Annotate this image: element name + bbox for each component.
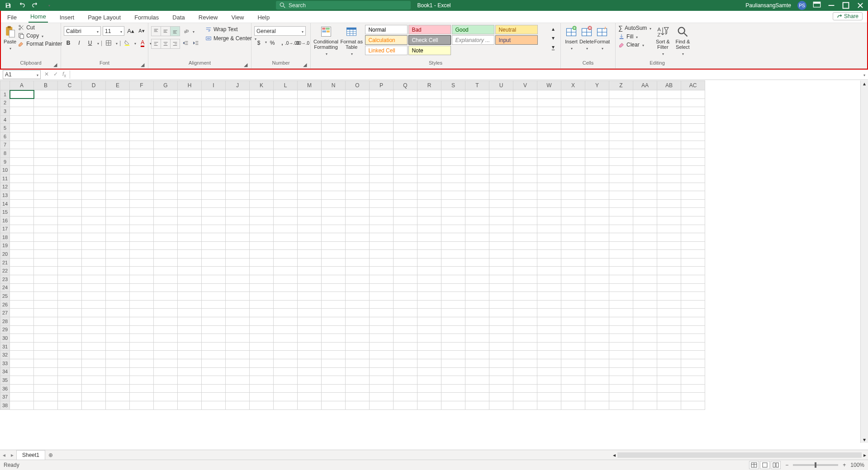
cell[interactable] [394,157,417,166]
cell[interactable] [465,309,489,317]
cell[interactable] [513,292,537,301]
cell[interactable] [346,401,370,409]
cell[interactable] [322,241,346,250]
cell[interactable] [681,149,705,158]
cell[interactable] [250,384,274,393]
cell[interactable] [417,241,441,250]
cell[interactable] [274,199,298,208]
cell[interactable] [441,325,465,334]
cell[interactable] [681,258,705,267]
tab-review[interactable]: Review [197,12,220,23]
cell[interactable] [394,115,417,124]
cell[interactable] [585,275,609,284]
tab-data[interactable]: Data [171,12,186,23]
cell[interactable] [417,174,441,183]
cell[interactable] [226,359,250,368]
cell[interactable] [106,107,130,116]
cell[interactable] [657,191,681,200]
cell[interactable] [154,384,178,393]
vertical-scrollbar[interactable]: ▴ ▾ [860,80,868,443]
cell[interactable] [681,199,705,208]
cell[interactable] [130,141,154,149]
cell[interactable] [465,166,489,174]
cell[interactable] [82,166,106,174]
cell[interactable] [489,199,513,208]
cell[interactable] [154,191,178,200]
row-header[interactable]: 13 [0,191,10,200]
cell[interactable] [130,174,154,183]
cell[interactable] [34,351,58,359]
cell[interactable] [154,334,178,343]
cell[interactable] [226,376,250,385]
cell[interactable] [657,342,681,351]
cell[interactable] [298,191,322,200]
cell[interactable] [489,275,513,284]
cell[interactable] [537,107,561,116]
cell[interactable] [202,258,226,267]
cell[interactable] [154,317,178,326]
cell[interactable] [681,359,705,368]
cell[interactable] [82,216,106,225]
cell[interactable] [34,99,58,107]
cell[interactable] [154,275,178,284]
row-header[interactable]: 38 [0,401,10,409]
cell[interactable] [370,241,394,250]
cell[interactable] [561,233,585,242]
cell[interactable] [441,157,465,166]
cell[interactable] [465,141,489,149]
cell[interactable] [394,376,417,385]
cell[interactable] [513,334,537,343]
row-header[interactable]: 27 [0,309,10,317]
fx-icon[interactable]: fx [62,71,66,78]
column-header[interactable]: L [274,81,298,90]
cell[interactable] [417,376,441,385]
cell[interactable] [154,132,178,141]
cell[interactable] [226,166,250,174]
cell[interactable] [585,334,609,343]
formula-input[interactable] [70,70,860,79]
cell[interactable] [130,342,154,351]
cell[interactable] [106,300,130,309]
cell[interactable] [226,157,250,166]
cell[interactable] [561,309,585,317]
cell[interactable] [298,359,322,368]
cell[interactable] [609,393,633,401]
cell[interactable] [274,342,298,351]
cell[interactable] [346,250,370,258]
decrease-indent-button[interactable] [181,39,190,48]
cell[interactable] [154,325,178,334]
cell[interactable] [394,342,417,351]
column-header[interactable]: W [537,81,561,90]
cell[interactable] [537,283,561,292]
cell[interactable] [489,267,513,275]
cell[interactable] [274,241,298,250]
zoom-out-button[interactable]: − [785,462,788,468]
cell[interactable] [154,225,178,233]
cell[interactable] [394,99,417,107]
cell[interactable] [274,376,298,385]
cell[interactable] [10,275,34,284]
cell[interactable] [58,367,82,376]
dialog-launcher-icon[interactable]: ◢ [243,62,248,67]
cell[interactable] [346,233,370,242]
cell[interactable] [274,183,298,191]
cell[interactable] [441,233,465,242]
maximize-icon[interactable] [842,2,850,9]
cell[interactable] [34,90,58,99]
cell[interactable] [394,292,417,301]
align-center-button[interactable] [161,39,171,48]
column-header[interactable]: P [370,81,394,90]
cell[interactable] [585,183,609,191]
cell-style-check-cell[interactable]: Check Cell [408,35,451,45]
cell[interactable] [489,250,513,258]
cell[interactable] [10,233,34,242]
cell[interactable] [513,233,537,242]
cell[interactable] [537,250,561,258]
cell[interactable] [154,99,178,107]
cell[interactable] [178,241,202,250]
cell[interactable] [417,141,441,149]
qat-customize-icon[interactable] [44,1,53,10]
cell[interactable] [346,124,370,132]
cell[interactable] [657,157,681,166]
row-header[interactable]: 20 [0,250,10,258]
